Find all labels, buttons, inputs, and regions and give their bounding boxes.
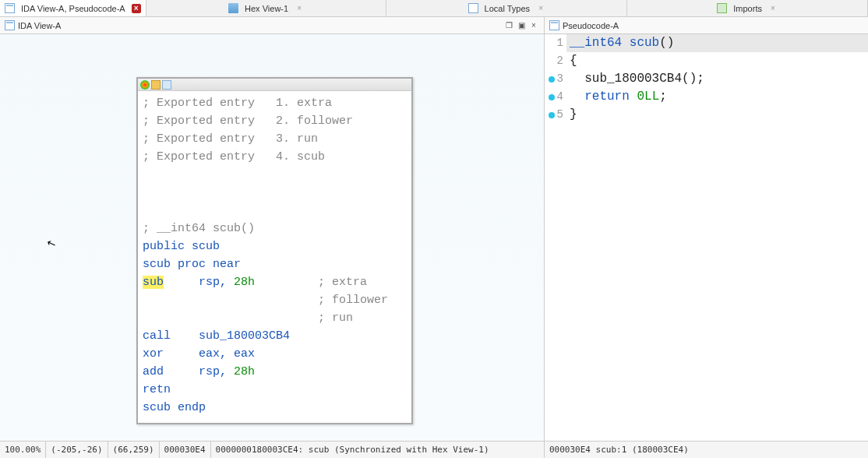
close-icon[interactable]: × — [528, 20, 539, 31]
code-text: } — [566, 106, 868, 124]
line-number: 5 — [557, 106, 563, 124]
folder-icon[interactable] — [151, 80, 161, 90]
tab-label: Local Types — [482, 4, 534, 13]
tab-hexview[interactable]: Hex View-1 × — [146, 0, 387, 16]
gutter[interactable]: 1 — [545, 34, 566, 52]
line-number: 3 — [557, 70, 563, 88]
graph-node[interactable]: ; Exported entry 1. extra ; Exported ent… — [136, 77, 413, 424]
gutter[interactable]: 5 — [545, 106, 566, 124]
tab-imports[interactable]: Imports × — [627, 0, 868, 16]
sheet-icon — [5, 3, 15, 13]
status-offs: 000030E4 — [160, 442, 211, 458]
breakpoint-dot-icon — [549, 112, 555, 118]
code-text: sub_180003CB4(); — [566, 70, 868, 88]
status-rest: 0000000180003CE4: scub (Synchronized wit… — [211, 445, 544, 455]
sheet-icon — [5, 20, 15, 30]
right-subheader: Pseudocode-A — [545, 17, 868, 34]
left-subheader: IDA View-A ❐ ▣ × — [0, 17, 544, 34]
popout-icon[interactable]: ▣ — [516, 20, 527, 31]
code-line[interactable]: 2{ — [545, 52, 868, 70]
line-number: 1 — [557, 34, 563, 52]
close-icon[interactable]: × — [132, 4, 141, 13]
left-title: IDA View-A — [18, 21, 500, 30]
hex-icon — [228, 3, 238, 13]
color-icon[interactable] — [140, 80, 150, 90]
gutter[interactable]: 3 — [545, 70, 566, 88]
graph-canvas[interactable]: ↖ ; Exported entry 1. extra ; Exported e… — [0, 34, 544, 441]
code-line[interactable]: 4 return 0LL; — [545, 88, 868, 106]
breakpoint-dot-icon — [549, 76, 555, 83]
code-text: return 0LL; — [566, 88, 868, 106]
gutter[interactable]: 4 — [545, 88, 566, 106]
window-buttons: ❐ ▣ × — [503, 20, 539, 31]
status-coord2: (66,259) — [108, 442, 160, 458]
tab-label: Imports — [730, 4, 765, 13]
close-icon[interactable]: × — [768, 4, 778, 13]
imports-icon — [717, 3, 727, 13]
status-zoom: 100.00% — [0, 442, 46, 458]
collapse-icon[interactable] — [162, 80, 171, 90]
status-text: 000030E4 scub:1 (180003CE4) — [545, 445, 868, 455]
breakpoint-dot-icon — [549, 94, 555, 100]
code-line[interactable]: 1__int64 scub() — [545, 34, 868, 52]
line-number: 4 — [557, 88, 563, 106]
disasm-body[interactable]: ; Exported entry 1. extra ; Exported ent… — [138, 91, 411, 423]
code-line[interactable]: 5} — [545, 106, 868, 124]
right-statusbar: 000030E4 scub:1 (180003CE4) — [545, 441, 868, 458]
right-pane: Pseudocode-A 1__int64 scub()2{3 sub_1800… — [545, 17, 868, 458]
code-text: __int64 scub() — [566, 34, 868, 52]
left-statusbar: 100.00% (-205,-26) (66,259) 000030E4 000… — [0, 441, 544, 458]
gutter[interactable]: 2 — [545, 52, 566, 70]
types-icon — [468, 3, 478, 13]
code-text: { — [566, 52, 868, 70]
line-number: 2 — [557, 52, 563, 70]
cursor-icon: ↖ — [45, 235, 58, 250]
code-line[interactable]: 3 sub_180003CB4(); — [545, 70, 868, 88]
close-icon[interactable]: × — [536, 4, 545, 13]
tab-ida-pseudo[interactable]: IDA View-A, Pseudocode-A × — [0, 0, 146, 16]
node-toolbar — [138, 79, 411, 91]
sheet-icon — [549, 20, 559, 30]
main-split: IDA View-A ❐ ▣ × ↖ ; Exported entry 1. e… — [0, 17, 868, 458]
restore-icon[interactable]: ❐ — [503, 20, 514, 31]
tab-label: IDA View-A, Pseudocode-A — [18, 4, 129, 13]
pseudocode-view[interactable]: 1__int64 scub()2{3 sub_180003CB4();4 ret… — [545, 34, 868, 441]
close-icon[interactable]: × — [295, 4, 304, 13]
right-title: Pseudocode-A — [563, 21, 863, 30]
tab-localtypes[interactable]: Local Types × — [386, 0, 627, 16]
status-coord1: (-205,-26) — [46, 442, 108, 458]
top-tabbar: IDA View-A, Pseudocode-A × Hex View-1 × … — [0, 0, 868, 17]
tab-label: Hex View-1 — [242, 4, 291, 13]
left-pane: IDA View-A ❐ ▣ × ↖ ; Exported entry 1. e… — [0, 17, 545, 458]
